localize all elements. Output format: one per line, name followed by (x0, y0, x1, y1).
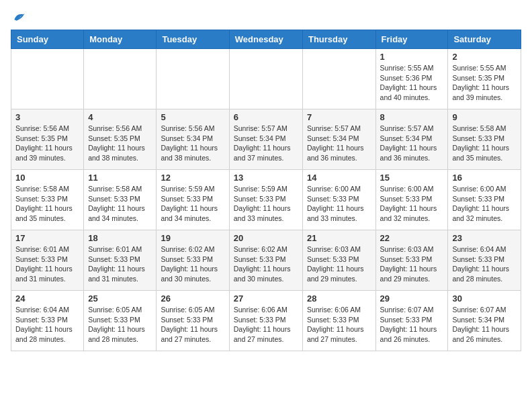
day-info: Sunrise: 5:56 AM Sunset: 5:34 PM Dayligh… (161, 124, 224, 163)
day-info: Sunrise: 6:00 AM Sunset: 5:33 PM Dayligh… (380, 184, 444, 224)
day-number: 14 (307, 173, 371, 183)
day-number: 18 (88, 233, 152, 243)
day-info: Sunrise: 6:02 AM Sunset: 5:33 PM Dayligh… (234, 244, 298, 284)
calendar-cell (229, 49, 302, 109)
day-number: 22 (380, 233, 444, 243)
calendar-week-row: 24Sunrise: 6:04 AM Sunset: 5:33 PM Dayli… (11, 291, 521, 351)
day-info: Sunrise: 6:06 AM Sunset: 5:33 PM Dayligh… (234, 305, 298, 345)
day-info: Sunrise: 6:01 AM Sunset: 5:33 PM Dayligh… (88, 244, 152, 284)
day-number: 30 (452, 293, 517, 304)
calendar-cell: 13Sunrise: 5:59 AM Sunset: 5:33 PM Dayli… (229, 170, 302, 230)
day-info: Sunrise: 5:56 AM Sunset: 5:35 PM Dayligh… (88, 124, 152, 163)
calendar-week-row: 10Sunrise: 5:58 AM Sunset: 5:33 PM Dayli… (11, 170, 521, 230)
calendar-cell: 5Sunrise: 5:56 AM Sunset: 5:34 PM Daylig… (157, 109, 229, 170)
day-info: Sunrise: 5:59 AM Sunset: 5:33 PM Dayligh… (234, 184, 298, 224)
calendar-cell: 6Sunrise: 5:57 AM Sunset: 5:34 PM Daylig… (229, 109, 302, 170)
day-info: Sunrise: 6:01 AM Sunset: 5:33 PM Dayligh… (15, 244, 79, 284)
calendar-cell: 15Sunrise: 6:00 AM Sunset: 5:33 PM Dayli… (375, 170, 448, 230)
day-number: 29 (380, 293, 444, 304)
day-of-week-header: Tuesday (157, 30, 229, 49)
calendar-week-row: 1Sunrise: 5:55 AM Sunset: 5:36 PM Daylig… (11, 49, 521, 109)
day-number: 1 (380, 52, 444, 62)
day-number: 17 (15, 233, 79, 243)
day-number: 8 (380, 112, 444, 122)
day-info: Sunrise: 6:07 AM Sunset: 5:34 PM Dayligh… (452, 305, 517, 345)
day-number: 24 (15, 293, 79, 304)
day-info: Sunrise: 6:05 AM Sunset: 5:33 PM Dayligh… (161, 305, 224, 345)
day-of-week-header: Sunday (11, 30, 84, 49)
calendar-week-row: 17Sunrise: 6:01 AM Sunset: 5:33 PM Dayli… (11, 230, 521, 291)
calendar-cell: 27Sunrise: 6:06 AM Sunset: 5:33 PM Dayli… (229, 291, 302, 351)
calendar-cell: 18Sunrise: 6:01 AM Sunset: 5:33 PM Dayli… (84, 230, 157, 291)
day-number: 2 (452, 52, 517, 62)
calendar-cell: 25Sunrise: 6:05 AM Sunset: 5:33 PM Dayli… (84, 291, 157, 351)
day-number: 13 (234, 173, 298, 183)
calendar-cell: 2Sunrise: 5:55 AM Sunset: 5:35 PM Daylig… (448, 49, 521, 109)
calendar-cell: 21Sunrise: 6:03 AM Sunset: 5:33 PM Dayli… (302, 230, 375, 291)
calendar-cell: 24Sunrise: 6:04 AM Sunset: 5:33 PM Dayli… (11, 291, 84, 351)
day-info: Sunrise: 5:56 AM Sunset: 5:35 PM Dayligh… (15, 124, 79, 163)
day-number: 12 (161, 173, 224, 183)
day-number: 28 (307, 293, 371, 304)
calendar-cell: 30Sunrise: 6:07 AM Sunset: 5:34 PM Dayli… (448, 291, 521, 351)
day-info: Sunrise: 5:59 AM Sunset: 5:33 PM Dayligh… (161, 184, 224, 224)
calendar-header-row: SundayMondayTuesdayWednesdayThursdayFrid… (11, 30, 521, 49)
day-info: Sunrise: 5:58 AM Sunset: 5:33 PM Dayligh… (15, 184, 79, 224)
day-number: 6 (234, 112, 298, 122)
logo-bird-icon (12, 11, 26, 24)
day-number: 10 (15, 173, 79, 183)
day-of-week-header: Saturday (448, 30, 521, 49)
calendar-cell: 14Sunrise: 6:00 AM Sunset: 5:33 PM Dayli… (302, 170, 375, 230)
day-number: 27 (234, 293, 298, 304)
day-number: 23 (452, 233, 517, 243)
calendar-cell (302, 49, 375, 109)
calendar-cell: 17Sunrise: 6:01 AM Sunset: 5:33 PM Dayli… (11, 230, 84, 291)
calendar-cell: 29Sunrise: 6:07 AM Sunset: 5:33 PM Dayli… (375, 291, 448, 351)
day-info: Sunrise: 6:05 AM Sunset: 5:33 PM Dayligh… (88, 305, 152, 345)
day-info: Sunrise: 6:06 AM Sunset: 5:33 PM Dayligh… (307, 305, 371, 345)
day-info: Sunrise: 5:58 AM Sunset: 5:33 PM Dayligh… (88, 184, 152, 224)
day-info: Sunrise: 6:04 AM Sunset: 5:33 PM Dayligh… (452, 244, 517, 284)
calendar-cell (11, 49, 84, 109)
calendar-table: SundayMondayTuesdayWednesdayThursdayFrid… (11, 30, 521, 351)
logo (11, 11, 26, 24)
day-info: Sunrise: 6:02 AM Sunset: 5:33 PM Dayligh… (161, 244, 224, 284)
day-number: 26 (161, 293, 224, 304)
calendar-cell: 10Sunrise: 5:58 AM Sunset: 5:33 PM Dayli… (11, 170, 84, 230)
day-of-week-header: Wednesday (229, 30, 302, 49)
day-info: Sunrise: 6:00 AM Sunset: 5:33 PM Dayligh… (452, 184, 517, 224)
day-number: 16 (452, 173, 517, 183)
day-info: Sunrise: 6:03 AM Sunset: 5:33 PM Dayligh… (307, 244, 371, 284)
calendar-cell: 12Sunrise: 5:59 AM Sunset: 5:33 PM Dayli… (157, 170, 229, 230)
calendar-cell: 22Sunrise: 6:03 AM Sunset: 5:33 PM Dayli… (375, 230, 448, 291)
day-of-week-header: Friday (375, 30, 448, 49)
day-info: Sunrise: 5:55 AM Sunset: 5:35 PM Dayligh… (452, 63, 517, 103)
calendar-cell: 1Sunrise: 5:55 AM Sunset: 5:36 PM Daylig… (375, 49, 448, 109)
calendar-cell: 20Sunrise: 6:02 AM Sunset: 5:33 PM Dayli… (229, 230, 302, 291)
day-info: Sunrise: 6:07 AM Sunset: 5:33 PM Dayligh… (380, 305, 444, 345)
calendar-cell: 3Sunrise: 5:56 AM Sunset: 5:35 PM Daylig… (11, 109, 84, 170)
day-number: 19 (161, 233, 224, 243)
day-number: 5 (161, 112, 224, 122)
day-number: 4 (88, 112, 152, 122)
day-number: 15 (380, 173, 444, 183)
calendar-cell: 19Sunrise: 6:02 AM Sunset: 5:33 PM Dayli… (157, 230, 229, 291)
day-number: 9 (452, 112, 517, 122)
calendar-cell: 9Sunrise: 5:58 AM Sunset: 5:33 PM Daylig… (448, 109, 521, 170)
day-info: Sunrise: 6:00 AM Sunset: 5:33 PM Dayligh… (307, 184, 371, 224)
calendar-week-row: 3Sunrise: 5:56 AM Sunset: 5:35 PM Daylig… (11, 109, 521, 170)
day-number: 3 (15, 112, 79, 122)
calendar-cell: 16Sunrise: 6:00 AM Sunset: 5:33 PM Dayli… (448, 170, 521, 230)
page-header (11, 11, 521, 24)
day-number: 21 (307, 233, 371, 243)
day-info: Sunrise: 6:03 AM Sunset: 5:33 PM Dayligh… (380, 244, 444, 284)
day-of-week-header: Thursday (302, 30, 375, 49)
day-number: 20 (234, 233, 298, 243)
calendar-cell: 4Sunrise: 5:56 AM Sunset: 5:35 PM Daylig… (84, 109, 157, 170)
calendar-cell (84, 49, 157, 109)
calendar-cell: 8Sunrise: 5:57 AM Sunset: 5:34 PM Daylig… (375, 109, 448, 170)
calendar-cell: 28Sunrise: 6:06 AM Sunset: 5:33 PM Dayli… (302, 291, 375, 351)
calendar-cell: 26Sunrise: 6:05 AM Sunset: 5:33 PM Dayli… (157, 291, 229, 351)
calendar-cell (157, 49, 229, 109)
day-number: 11 (88, 173, 152, 183)
